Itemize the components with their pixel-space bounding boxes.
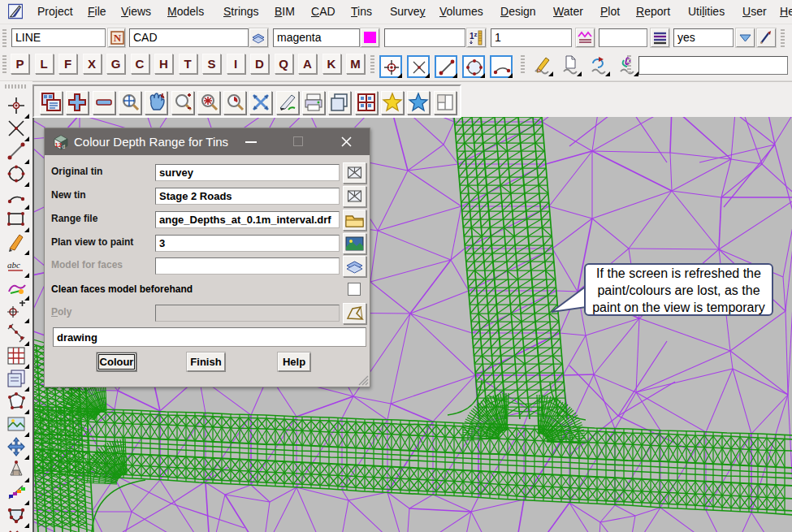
svg-text:12: 12 bbox=[55, 141, 62, 149]
svg-text:d: d bbox=[63, 144, 66, 149]
svg-text:1z: 1z bbox=[470, 31, 478, 41]
svg-text:N: N bbox=[114, 32, 122, 44]
svg-text:abc: abc bbox=[7, 260, 20, 270]
